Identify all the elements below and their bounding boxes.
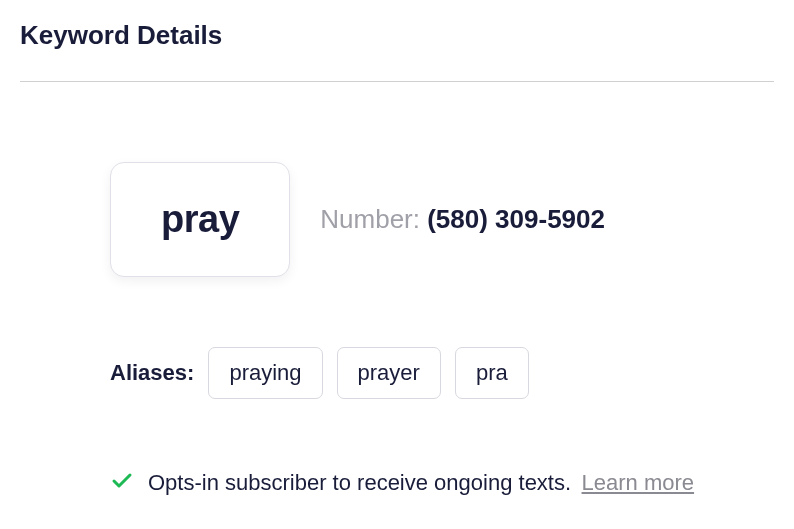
optin-text: Opts-in subscriber to receive ongoing te…	[148, 470, 571, 495]
number-label: Number:	[320, 204, 427, 234]
keyword-text: pray	[161, 198, 239, 240]
aliases-label: Aliases:	[110, 360, 194, 386]
number-container: Number: (580) 309-5902	[320, 204, 605, 235]
optin-message-wrap: Opts-in subscriber to receive ongoing te…	[148, 470, 694, 496]
aliases-row: Aliases: praying prayer pra	[20, 347, 774, 399]
alias-chip[interactable]: pra	[455, 347, 529, 399]
alias-chip[interactable]: prayer	[337, 347, 441, 399]
check-icon	[110, 469, 134, 497]
divider	[20, 81, 774, 82]
keyword-row: pray Number: (580) 309-5902	[20, 162, 774, 277]
alias-chip[interactable]: praying	[208, 347, 322, 399]
page-title: Keyword Details	[20, 20, 774, 51]
optin-row: Opts-in subscriber to receive ongoing te…	[20, 469, 774, 497]
keyword-card: pray	[110, 162, 290, 277]
learn-more-link[interactable]: Learn more	[582, 470, 695, 495]
number-value: (580) 309-5902	[427, 204, 605, 234]
